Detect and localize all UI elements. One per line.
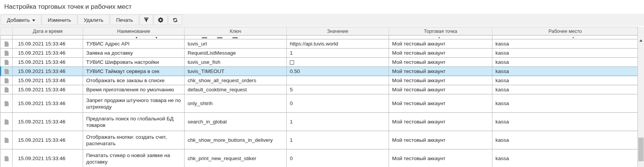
toolbar: Добавить Изменить Удалить Печать xyxy=(0,14,644,26)
cell-name: Заявка на доставку xyxy=(83,49,185,58)
document-icon xyxy=(5,50,9,56)
table-row[interactable]: 15.09.2021 15:33:46 ТУВИС Таймаут сервер… xyxy=(1,67,638,76)
cell-value: 1 xyxy=(287,131,389,149)
cell-value: 0.50 xyxy=(287,67,389,76)
cell-workplace: kassa xyxy=(492,85,638,94)
cell-name: ТУВИС Шифровать настройки xyxy=(83,58,185,67)
cell-value: 5 xyxy=(287,85,389,94)
cell-workplace: kassa xyxy=(492,67,638,76)
table-row[interactable]: 15.09.2021 15:33:46 Отображать все заказ… xyxy=(1,76,638,85)
cell-name: ТУВИС Адрес API xyxy=(83,39,185,49)
cell-name: Предлагать поиск по глобальной БД товаро… xyxy=(83,113,185,131)
cell-name: Печатать стикер о новой заявке на достав… xyxy=(83,149,185,167)
table-row[interactable]: 15.09.2021 15:33:46 ТУВИС Шифровать наст… xyxy=(1,58,638,67)
clipped-text-fragment xyxy=(232,37,238,38)
cell-workplace: kassa xyxy=(492,113,638,131)
cell-key: tuvis_url xyxy=(185,39,287,49)
cell-value: 1 xyxy=(287,113,389,131)
cell-icon xyxy=(1,58,13,67)
table-row[interactable]: 15.09.2021 15:33:46 Время приготовления … xyxy=(1,85,638,94)
cell-key: tuvis_TIMEOUT xyxy=(185,67,287,76)
cell-date: 15.09.2021 15:33:46 xyxy=(13,49,83,58)
scrollbar-thumb[interactable] xyxy=(638,138,644,161)
document-icon xyxy=(5,41,9,47)
vertical-scrollbar[interactable] xyxy=(637,27,644,167)
cell-account: Мой тестовый аккаунт xyxy=(389,58,492,67)
cell-key: only_shtrih xyxy=(185,94,287,113)
table-row[interactable]: 15.09.2021 15:33:46 Запрет продажи штучн… xyxy=(1,94,638,113)
cell-account: Мой тестовый аккаунт xyxy=(389,49,492,58)
cell-date: 15.09.2021 15:33:46 xyxy=(13,94,83,113)
add-button[interactable]: Добавить xyxy=(1,15,41,25)
cell-date: 15.09.2021 15:33:46 xyxy=(13,131,83,149)
cell-icon xyxy=(1,131,13,149)
column-header-workplace[interactable]: Рабочее место xyxy=(492,27,638,36)
document-icon xyxy=(5,60,9,65)
cell-name: ТУВИС Таймаут сервера в сек xyxy=(83,67,185,76)
cell-date: 15.09.2021 15:33:46 xyxy=(13,113,83,131)
scroll-up-arrow-icon[interactable] xyxy=(639,39,642,42)
filter-button[interactable] xyxy=(139,15,153,25)
cell-date: 15.09.2021 15:33:46 xyxy=(13,76,83,85)
cell-key: chk_show_all_request_orders xyxy=(185,76,287,85)
cell-value xyxy=(287,36,389,39)
cell-key: search_in_global xyxy=(185,113,287,131)
column-header-name[interactable]: Наименование xyxy=(83,27,185,36)
table-row[interactable]: 15.09.2021 15:33:46 Отображать кнопки: с… xyxy=(1,131,638,149)
cell-key: chk_show_more_buttons_in_delivery xyxy=(185,131,287,149)
column-header-account[interactable]: Торговая точка xyxy=(389,27,492,36)
settings-table: Дата и время Наименование Ключ Значение … xyxy=(0,27,639,167)
refresh-button[interactable] xyxy=(168,15,182,25)
cell-value: 1 xyxy=(287,49,389,58)
cell-value: https://api.tuvis.world xyxy=(287,39,389,49)
column-header-icon[interactable] xyxy=(1,27,13,36)
table-row[interactable]: 15.09.2021 15:33:46 Заявка на доставку R… xyxy=(1,49,638,58)
clipped-text-fragment xyxy=(573,37,574,38)
document-icon xyxy=(5,78,9,83)
print-button[interactable]: Печать xyxy=(110,15,139,25)
cell-value: 0 xyxy=(287,94,389,113)
cell-account: Мой тестовый аккаунт xyxy=(389,113,492,131)
chevron-down-icon xyxy=(32,19,35,21)
cell-key: tuvis_use_fish xyxy=(185,58,287,67)
cell-account xyxy=(389,36,492,39)
document-icon xyxy=(5,69,9,74)
settings-window: Настройка торговых точек и рабочих мест … xyxy=(0,0,644,167)
table-row-clipped[interactable] xyxy=(1,36,638,39)
cell-date: 15.09.2021 15:33:46 xyxy=(13,67,83,76)
cell-account: Мой тестовый аккаунт xyxy=(389,39,492,49)
table-row[interactable]: 15.09.2021 15:33:46 ТУВИС Адрес API tuvi… xyxy=(1,39,638,49)
document-icon xyxy=(5,156,9,161)
settings-button[interactable] xyxy=(154,15,168,25)
column-header-value[interactable]: Значение xyxy=(287,27,389,36)
column-header-key[interactable]: Ключ xyxy=(185,27,287,36)
cell-name: Отображать все заказы в списке xyxy=(83,76,185,85)
page-title: Настройка торговых точек и рабочих мест xyxy=(0,0,644,14)
checkbox-unchecked xyxy=(290,60,294,65)
column-header-date[interactable]: Дата и время xyxy=(13,27,83,36)
edit-button[interactable]: Изменить xyxy=(42,15,77,25)
cell-workplace: kassa xyxy=(492,39,638,49)
cell-name: Время приготовления по умолчанию xyxy=(83,85,185,94)
cell-value xyxy=(287,76,389,85)
cell-account: Мой тестовый аккаунт xyxy=(389,76,492,85)
cell-icon xyxy=(1,49,13,58)
cell-key: chk_print_new_request_stiker xyxy=(185,149,287,167)
document-icon xyxy=(5,138,9,143)
table-row[interactable]: 15.09.2021 15:33:46 Печатать стикер о но… xyxy=(1,149,638,167)
document-icon xyxy=(5,87,9,92)
delete-button[interactable]: Удалить xyxy=(78,15,110,25)
gear-icon xyxy=(158,17,163,23)
cell-icon xyxy=(1,113,13,131)
cell-workplace: kassa xyxy=(492,149,638,167)
filter-icon xyxy=(144,17,149,23)
cell-date: 15.09.2021 15:33:46 xyxy=(13,85,83,94)
cell-value xyxy=(287,58,389,67)
clipped-text-fragment xyxy=(136,37,137,38)
clipped-text-fragment xyxy=(217,37,222,38)
cell-account: Мой тестовый аккаунт xyxy=(389,149,492,167)
table-row[interactable]: 15.09.2021 15:33:46 Предлагать поиск по … xyxy=(1,113,638,131)
cell-workplace: kassa xyxy=(492,49,638,58)
cell-account: Мой тестовый аккаунт xyxy=(389,67,492,76)
cell-icon xyxy=(1,36,13,39)
